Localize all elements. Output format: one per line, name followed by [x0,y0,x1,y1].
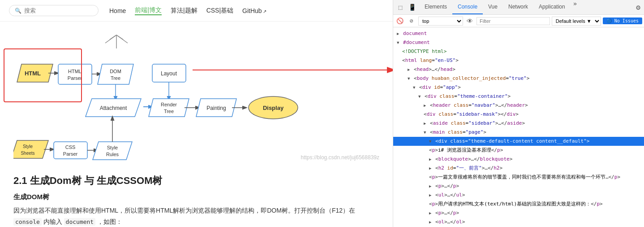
more-tabs[interactable]: » [571,0,580,14]
svg-text:Tree: Tree [164,109,174,114]
collapse-icon[interactable] [397,39,399,47]
clear-console-icon[interactable]: 🚫 [395,16,405,26]
console-toolbar: 🚫 ⊘ top 👁 Default levels ▼ 🔵 No Issues [393,15,644,27]
collapse-icon[interactable] [424,128,426,136]
tree-document[interactable]: document [393,29,644,38]
tree-p-intro[interactable]: <p>i# 浏览器渲染基本原理</p> [393,146,644,155]
search-input[interactable] [24,7,91,14]
tree-aside[interactable]: <aside class="sidebar">…</aside> [393,119,644,128]
inspect-icon[interactable]: ⬚ [395,2,406,13]
tab-elements[interactable]: Elements [419,0,452,14]
collapse-icon[interactable] [424,119,426,127]
svg-text:Rules: Rules [106,152,119,157]
watermark: https://blog.csdn.net/juj6568839z [301,154,379,161]
svg-marker-12 [98,64,133,84]
collapse-icon[interactable] [408,65,410,74]
devtools-toolbar: ⬚ 📱 Elements Console Vue Network Applica… [393,0,644,15]
devtools-tabs: Elements Console Vue Network Application… [419,0,632,14]
filter-icon[interactable]: ⊘ [407,16,416,26]
collapse-icon[interactable] [424,101,426,109]
search-box[interactable]: 🔍 [9,5,99,16]
no-issues-badge: 🔵 No Issues [603,17,642,24]
tree-div-content[interactable]: <div class="theme-default-content conten… [393,137,644,146]
tree-p-flow[interactable]: <p>用户请求的HTML文本(text/html)基础的渲染流程图大致是这样的：… [393,200,644,209]
tree-p-2[interactable]: <p>…</p> [393,182,644,191]
nav-css[interactable]: CSS|基础 [206,7,233,15]
svg-text:Sheets: Sheets [21,151,34,156]
tree-header[interactable]: <header class="navbar">…</header> [393,101,644,110]
svg-text:Layout: Layout [161,70,177,77]
svg-marker-23 [149,99,189,117]
tree-body[interactable]: <body huaban_collector_injected="true"> [393,74,644,83]
collapse-icon[interactable] [429,137,431,145]
svg-text:Style: Style [107,145,118,150]
level-select[interactable]: Default levels ▼ [552,17,601,26]
sub-title: 生成DOM树 [13,193,379,201]
tree-blockquote[interactable]: <blockquote>…</blockquote> [393,155,644,164]
collapse-icon[interactable] [429,191,431,199]
tree-div-app[interactable]: <div id="app"> [393,83,644,92]
arrow-to-devtools [193,65,393,76]
red-highlight-box [4,48,82,102]
svg-text:Render: Render [161,102,177,107]
svg-text:DOM: DOM [110,69,121,74]
collapse-icon[interactable] [418,92,421,100]
tree-head[interactable]: <head>…</head> [393,65,644,74]
collapse-icon[interactable] [397,30,399,38]
tree-doctype[interactable]: <!DOCTYPE html> [393,47,644,56]
collapse-icon[interactable] [429,182,431,190]
context-selector[interactable]: top [418,17,463,26]
tree-div-theme[interactable]: <div class="theme-container"> [393,92,644,101]
collapse-icon[interactable] [408,74,410,83]
diagram-area: HTML HTML Parser DOM Tree Layout [0,22,393,174]
tab-network[interactable]: Network [503,0,533,14]
collapse-icon[interactable] [429,164,431,172]
nav-frontend[interactable]: 前端|博文 [135,6,162,15]
text-content: 2.1 生成Dom树 与 生成CSSOM树 生成DOM树 因为浏览器不能直接理解… [0,174,393,227]
search-icon: 🔍 [15,8,21,14]
tree-h2-foreword[interactable]: <h2 id="一、前言">…</h2> [393,164,644,173]
dom-tree: document #document <!DOCTYPE html> <html… [393,27,644,227]
collapse-icon[interactable] [429,209,431,217]
tree-p-desc[interactable]: <p>一篇文章很难将所有的细节覆盖，同时我们也不需要将所有流程和每一个环节…</… [393,173,644,182]
svg-text:Parser: Parser [63,151,78,157]
nav-links: Home 前端|博文 算法|题解 CSS|基础 GitHub [109,6,266,15]
svg-line-4 [116,35,128,43]
collapse-icon[interactable] [429,155,431,163]
tree-p-3[interactable]: <p>…</p> [393,209,644,218]
nav-home[interactable]: Home [109,7,126,14]
tab-application[interactable]: Application [533,0,571,14]
tab-vue[interactable]: Vue [483,0,503,14]
devtools-panel: ⬚ 📱 Elements Console Vue Network Applica… [393,0,644,227]
svg-text:Display: Display [263,105,284,111]
svg-marker-32 [13,140,48,158]
svg-marker-40 [93,142,132,160]
settings-icon[interactable]: ⚙ [632,3,644,12]
svg-text:Style: Style [23,144,33,149]
collapse-icon[interactable] [413,83,415,92]
navbar: 🔍 Home 前端|博文 算法|题解 CSS|基础 GitHub [0,0,393,22]
tree-ul[interactable]: <ul>…</ul> [393,191,644,200]
tree-hash-document[interactable]: #document [393,38,644,47]
filter-input[interactable] [477,17,550,25]
tab-console[interactable]: Console [452,0,483,14]
svg-text:Attachment: Attachment [100,105,127,111]
tree-ol[interactable]: <ol>…</ol> [393,218,644,227]
nav-algorithm[interactable]: 算法|题解 [171,7,197,15]
svg-line-3 [105,35,116,43]
nav-github[interactable]: GitHub [242,7,266,14]
tree-html[interactable]: <html lang="en-US"> [393,56,644,65]
body-text: 因为浏览器不能直接理解和使用HTML，所以需要将HTML解析为浏览器能够理解的结… [13,205,379,227]
tree-sidebar-mask[interactable]: <div class="sidebar-mask"></div> [393,110,644,119]
svg-text:Painting: Painting [206,105,226,111]
collapse-icon[interactable] [429,218,431,226]
device-icon[interactable]: 📱 [407,2,417,13]
svg-text:CSS: CSS [65,144,76,150]
tree-main[interactable]: <main class="page"> [393,128,644,137]
left-panel: 🔍 Home 前端|博文 算法|题解 CSS|基础 GitHub HTML [0,0,393,227]
svg-text:Tree: Tree [111,75,120,81]
eye-icon[interactable]: 👁 [465,16,475,26]
devtools-icons: ⬚ 📱 [393,2,419,13]
